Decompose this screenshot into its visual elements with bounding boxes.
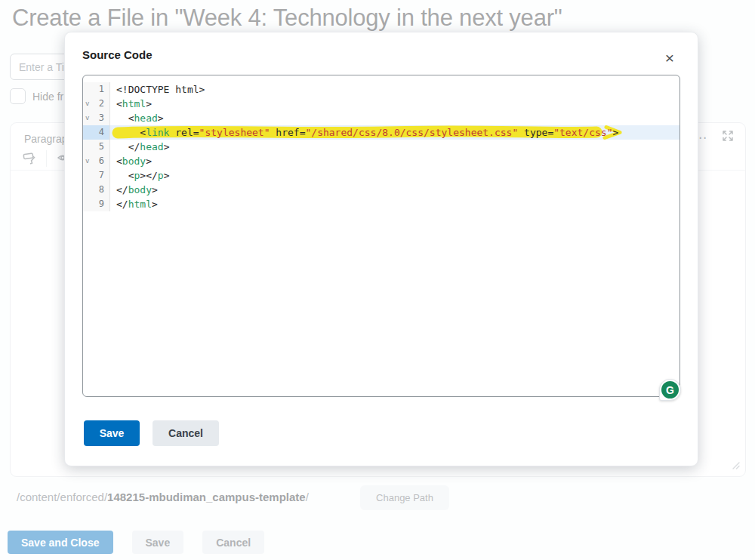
dialog-save-button[interactable]: Save (84, 420, 140, 446)
code-text: <link rel="stylesheet" href="/shared/css… (110, 125, 680, 140)
source-code-dialog: Source Code × 1<!DOCTYPE html>v2<html>v3… (64, 32, 698, 466)
line-number: v2 (83, 97, 110, 111)
code-line: v6<body> (83, 154, 680, 168)
code-text: </head> (110, 140, 680, 154)
code-line: 4 <link rel="stylesheet" href="/shared/c… (83, 125, 680, 140)
code-line: 7 <p></p> (83, 168, 680, 183)
code-text: </body> (110, 183, 680, 197)
code-text: <html> (110, 97, 680, 111)
code-line: v2<html> (83, 97, 680, 111)
code-text: <head> (110, 111, 680, 125)
dialog-title: Source Code (82, 48, 153, 61)
dialog-cancel-button[interactable]: Cancel (153, 420, 219, 446)
grammarly-icon[interactable]: G (659, 379, 681, 401)
source-code-editor[interactable]: 1<!DOCTYPE html>v2<html>v3 <head>4 <link… (82, 75, 680, 397)
code-line: 1<!DOCTYPE html> (83, 82, 680, 97)
close-icon[interactable]: × (660, 48, 680, 67)
code-text: <p></p> (110, 168, 680, 183)
code-line: 9</html> (83, 197, 680, 211)
dialog-buttons: Save Cancel (84, 420, 219, 446)
code-lines: 1<!DOCTYPE html>v2<html>v3 <head>4 <link… (83, 75, 680, 211)
line-number: 8 (83, 183, 110, 197)
grammarly-letter: G (661, 381, 679, 398)
line-number: 9 (83, 197, 110, 211)
line-number: 7 (83, 168, 110, 183)
code-line: v3 <head> (83, 111, 680, 125)
code-text: <body> (110, 154, 680, 168)
code-line: 5 </head> (83, 140, 680, 154)
line-number: 1 (83, 82, 110, 97)
fold-chevron-icon[interactable]: v (85, 97, 89, 111)
fold-chevron-icon[interactable]: v (85, 111, 89, 125)
line-number: 4 (83, 125, 110, 140)
line-number: v3 (83, 111, 110, 125)
code-text: </html> (110, 197, 680, 211)
fold-chevron-icon[interactable]: v (85, 154, 89, 168)
code-text: <!DOCTYPE html> (110, 82, 680, 97)
code-line: 8</body> (83, 183, 680, 197)
line-number: 5 (83, 140, 110, 154)
line-number: v6 (83, 154, 110, 168)
